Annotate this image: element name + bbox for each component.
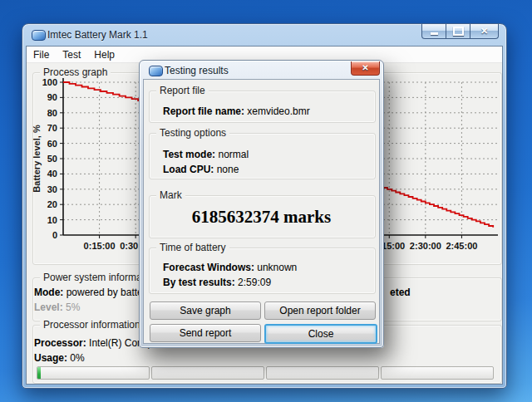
forecast-windows-key: Forecast Windows: — [163, 262, 254, 273]
report-file-name-key: Report file name: — [163, 105, 244, 117]
processor-row: Processor: Intel(R) Core( — [34, 337, 150, 349]
mark-label: Mark — [156, 189, 185, 201]
report-file-name-row: Report file name: xemvideo.bmr — [163, 105, 310, 117]
menu-item-help[interactable]: Help — [87, 49, 121, 61]
minimize-icon — [431, 32, 438, 35]
test-mode-row: Test mode: normal — [163, 149, 249, 160]
power-level-value: 5% — [66, 302, 80, 313]
processor-key: Processor: — [34, 337, 86, 349]
process-graph-label: Process graph — [40, 66, 111, 78]
time-of-battery-label: Time of battery — [156, 242, 229, 253]
progress-bar-2 — [151, 366, 264, 380]
by-test-results-value: 2:59:09 — [238, 277, 271, 288]
load-cpu-key: Load CPU: — [163, 164, 214, 175]
power-level-key: Level: — [34, 302, 63, 313]
dialog-close-icon: ✕ — [362, 64, 368, 72]
power-mode-row: Mode: powered by battery — [34, 287, 151, 298]
send-report-button[interactable]: Send report — [150, 324, 261, 342]
power-mode-key: Mode: — [34, 287, 63, 298]
open-report-folder-button[interactable]: Open report folder — [264, 302, 376, 320]
progress-bar-4 — [381, 366, 494, 380]
usage-key: Usage: — [34, 352, 67, 364]
save-graph-button[interactable]: Save graph — [150, 302, 261, 320]
progress-fill-1 — [37, 367, 41, 379]
occluded-status-text: eted — [390, 287, 411, 298]
app-icon — [32, 30, 46, 41]
report-file-name-value: xemvideo.bmr — [247, 105, 309, 117]
dialog-app-icon — [149, 66, 163, 76]
progress-bar-3 — [266, 366, 379, 380]
processor-label: Processor information — [40, 319, 144, 331]
test-mode-value: normal — [218, 149, 249, 160]
menu-item-test[interactable]: Test — [56, 49, 87, 61]
forecast-windows-row: Forecast Windows: unknown — [163, 262, 297, 273]
usage-value: 0% — [70, 352, 84, 364]
close-icon: ✕ — [480, 27, 488, 36]
progress-bar-1 — [37, 366, 150, 380]
desktop: Imtec Battery Mark 1.1 ✕ File Test Help … — [0, 0, 532, 402]
window-title: Imtec Battery Mark 1.1 — [47, 29, 148, 41]
dialog-close-action-button[interactable]: Close — [264, 324, 377, 344]
maximize-icon — [453, 27, 464, 36]
report-file-label: Report file — [156, 85, 209, 96]
power-level-row: Level: 5% — [34, 302, 80, 313]
close-button[interactable]: ✕ — [470, 24, 499, 39]
by-test-results-row: By test results: 2:59:09 — [163, 277, 271, 288]
forecast-windows-value: unknown — [257, 262, 297, 273]
mark-result-value: 6185632374 marks — [149, 207, 374, 228]
testing-options-label: Testing options — [156, 127, 229, 139]
dialog-close-button[interactable]: ✕ — [351, 61, 380, 76]
load-cpu-value: none — [217, 164, 239, 175]
load-cpu-row: Load CPU: none — [163, 164, 239, 175]
by-test-results-key: By test results: — [163, 277, 235, 288]
test-mode-key: Test mode: — [163, 149, 215, 160]
usage-row: Usage: 0% — [34, 352, 85, 364]
menu-item-file[interactable]: File — [27, 49, 56, 61]
caption-buttons: ✕ — [422, 24, 499, 39]
dialog-title: Testing results — [165, 65, 229, 76]
testing-results-dialog: Testing results ✕ Report file Report fil… — [139, 60, 384, 348]
maximize-button[interactable] — [446, 24, 470, 39]
minimize-button[interactable] — [421, 24, 446, 39]
